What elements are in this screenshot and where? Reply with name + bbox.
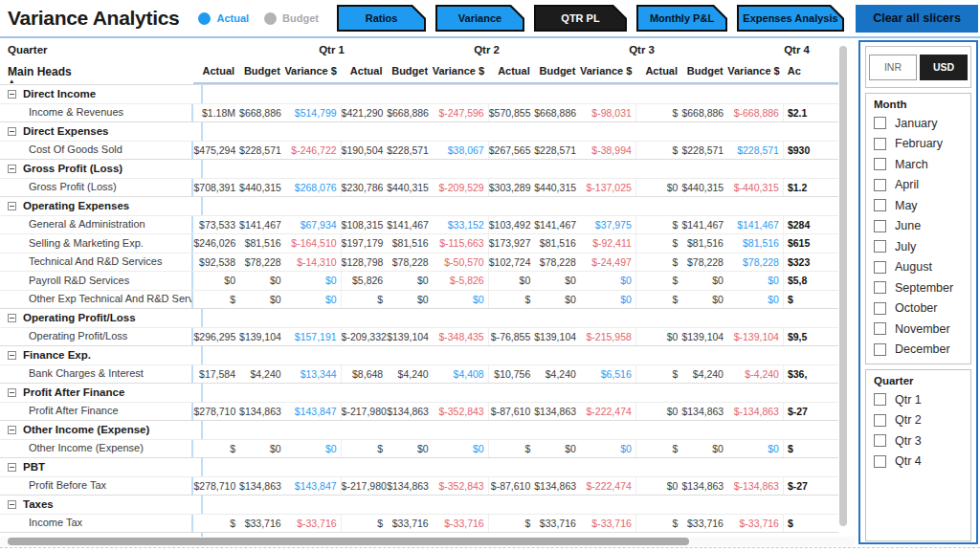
value-cell[interactable]: $ — [636, 253, 682, 272]
nav-tab-expenses-analysis[interactable]: Expenses Analysis — [737, 5, 844, 32]
quarter-column-header-qtr-3[interactable]: Qtr 3 — [513, 44, 668, 55]
value-cell[interactable]: $440,315 — [387, 179, 433, 197]
month-checkbox-april[interactable] — [874, 179, 886, 191]
value-cell[interactable]: $4,240 — [387, 365, 433, 384]
row-label-cell[interactable]: Other Income (Expense) — [0, 421, 203, 439]
value-cell[interactable]: $143,847 — [285, 477, 342, 496]
collapse-minus-icon[interactable] — [8, 127, 16, 136]
month-option-july[interactable]: July — [874, 236, 963, 257]
value-cell[interactable]: $33,716 — [534, 515, 580, 533]
value-cell[interactable]: $134,863 — [534, 477, 580, 496]
measure-header-variance[interactable]: Variance $ — [432, 59, 488, 84]
value-cell[interactable]: $-352,843 — [433, 477, 489, 496]
month-checkbox-march[interactable] — [874, 158, 886, 170]
value-cell[interactable]: $-5,826 — [433, 272, 489, 290]
value-cell[interactable]: $13,344 — [285, 365, 342, 384]
value-cell[interactable]: $ — [489, 515, 535, 533]
main-heads-header[interactable]: Main Heads ▲ — [0, 59, 193, 84]
value-cell[interactable]: $267,565 — [489, 142, 535, 160]
value-cell[interactable]: $190,504 — [342, 142, 388, 160]
month-option-december[interactable]: December — [874, 340, 963, 361]
value-cell[interactable]: $141,467 — [387, 216, 433, 234]
value-cell[interactable]: $134,863 — [387, 477, 433, 496]
value-cell[interactable]: $-440,315 — [727, 179, 784, 197]
value-cell[interactable]: $-4,240 — [727, 365, 784, 384]
value-cell[interactable]: $78,228 — [727, 253, 784, 272]
collapse-minus-icon[interactable] — [8, 314, 16, 322]
value-cell[interactable]: $4,240 — [681, 365, 727, 384]
usd-button[interactable]: USD — [920, 55, 968, 80]
value-cell[interactable]: $230,786 — [342, 179, 388, 197]
row-label-cell[interactable]: Cost Of Goods Sold — [0, 142, 193, 160]
collapse-minus-icon[interactable] — [8, 426, 16, 434]
value-cell[interactable]: $ — [342, 515, 388, 533]
value-cell[interactable]: $0 — [239, 272, 285, 290]
value-cell[interactable]: $-209,529 — [433, 179, 489, 197]
measure-header-partial[interactable]: Ac — [784, 59, 838, 84]
value-cell[interactable]: $0 — [433, 440, 489, 458]
value-cell[interactable]: $228,571 — [727, 142, 784, 160]
value-cell[interactable]: $81,516 — [534, 234, 580, 253]
value-cell[interactable]: $-348,435 — [433, 328, 489, 346]
value-cell[interactable]: $-134,863 — [727, 477, 784, 496]
value-cell[interactable]: $570,855 — [489, 104, 535, 122]
nav-tab-ratios[interactable]: Ratios — [337, 5, 426, 32]
value-cell[interactable]: $ — [636, 365, 682, 384]
value-cell[interactable]: $141,467 — [727, 216, 784, 234]
value-cell[interactable]: $81,516 — [681, 234, 727, 253]
month-option-april[interactable]: April — [874, 175, 963, 196]
value-cell[interactable]: $-98,031 — [580, 104, 636, 122]
row-label-cell[interactable]: General & Administration — [0, 216, 193, 234]
value-cell[interactable]: $-87,610 — [489, 403, 535, 421]
value-cell[interactable]: $-246,722 — [285, 142, 342, 160]
month-option-november[interactable]: November — [874, 319, 963, 340]
value-cell[interactable]: $-50,570 — [433, 253, 489, 272]
total-cell-partial[interactable]: $ — [784, 291, 838, 309]
value-cell[interactable]: $0 — [727, 440, 784, 458]
row-label-cell[interactable]: Technical And R&D Services — [0, 253, 193, 272]
value-cell[interactable]: $81,516 — [727, 234, 784, 253]
month-checkbox-may[interactable] — [874, 199, 886, 211]
month-checkbox-december[interactable] — [874, 343, 886, 356]
measure-header-actual[interactable]: Actual — [635, 59, 681, 84]
row-label-cell[interactable]: Operating Expenses — [0, 197, 203, 215]
quarter-option-qtr-2[interactable]: Qtr 2 — [874, 410, 963, 431]
month-option-january[interactable]: January — [874, 113, 963, 134]
value-cell[interactable]: $ — [342, 291, 388, 309]
quarter-column-header-qtr-1[interactable]: Qtr 1 — [203, 44, 358, 55]
value-cell[interactable]: $-668,886 — [727, 104, 784, 122]
month-option-may[interactable]: May — [874, 195, 963, 216]
value-cell[interactable]: $0 — [193, 272, 239, 290]
value-cell[interactable]: $0 — [387, 291, 433, 309]
value-cell[interactable]: $ — [489, 291, 535, 309]
value-cell[interactable]: $4,408 — [433, 365, 489, 384]
value-cell[interactable]: $668,886 — [239, 104, 285, 122]
total-cell-partial[interactable]: $323 — [784, 253, 838, 272]
value-cell[interactable]: $ — [636, 234, 682, 253]
value-cell[interactable]: $37,975 — [580, 216, 636, 234]
quarter-column-header-qtr-4[interactable]: Qtr 4 — [668, 44, 823, 55]
value-cell[interactable]: $10,756 — [489, 365, 535, 384]
value-cell[interactable]: $-209,332 — [342, 328, 388, 346]
value-cell[interactable]: $ — [636, 272, 682, 290]
quarter-column-header-qtr-2[interactable]: Qtr 2 — [358, 44, 513, 55]
quarter-checkbox-qtr-4[interactable] — [874, 455, 886, 468]
quarter-option-qtr-4[interactable]: Qtr 4 — [874, 452, 963, 473]
value-cell[interactable]: $278,710 — [193, 477, 239, 496]
value-cell[interactable]: $4,240 — [239, 365, 285, 384]
value-cell[interactable]: $134,863 — [681, 403, 727, 421]
row-label-cell[interactable]: Gross Profit (Loss) — [0, 179, 193, 197]
collapse-minus-icon[interactable] — [8, 463, 16, 472]
value-cell[interactable]: $134,863 — [681, 477, 727, 496]
value-cell[interactable]: $5,826 — [342, 272, 388, 290]
value-cell[interactable]: $0 — [636, 328, 682, 346]
value-cell[interactable]: $103,492 — [489, 216, 535, 234]
month-option-september[interactable]: September — [874, 277, 963, 298]
value-cell[interactable]: $-33,716 — [727, 515, 784, 533]
value-cell[interactable]: $141,467 — [534, 216, 580, 234]
row-label-cell[interactable]: Direct Income — [0, 85, 203, 103]
total-cell-partial[interactable]: $9,5 — [784, 328, 838, 346]
value-cell[interactable]: $668,886 — [681, 104, 727, 122]
total-cell-partial[interactable]: $5,8 — [784, 272, 838, 290]
value-cell[interactable]: $0 — [433, 291, 489, 309]
